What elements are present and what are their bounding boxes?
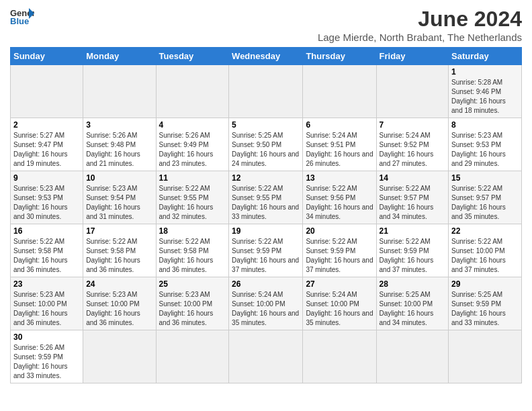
title-area: June 2024 Lage Mierde, North Brabant, Th… — [318, 7, 522, 43]
calendar-header: Sunday Monday Tuesday Wednesday Thursday… — [11, 48, 522, 65]
day-number: 25 — [159, 279, 226, 289]
table-cell: 29Sunrise: 5:25 AM Sunset: 9:59 PM Dayli… — [449, 277, 522, 330]
table-cell: 24Sunrise: 5:23 AM Sunset: 10:00 PM Dayl… — [83, 277, 156, 330]
header-saturday: Saturday — [449, 48, 522, 65]
table-cell — [229, 330, 303, 383]
day-content: Sunrise: 5:23 AM Sunset: 10:00 PM Daylig… — [159, 290, 226, 328]
table-cell: 13Sunrise: 5:22 AM Sunset: 9:56 PM Dayli… — [303, 171, 376, 224]
table-cell: 4Sunrise: 5:26 AM Sunset: 9:49 PM Daylig… — [156, 118, 229, 171]
table-cell — [303, 65, 376, 118]
logo-icon: General Blue — [10, 7, 34, 26]
day-number: 13 — [306, 173, 373, 183]
day-number: 30 — [13, 332, 80, 342]
day-content: Sunrise: 5:25 AM Sunset: 10:00 PM Daylig… — [380, 290, 446, 328]
table-cell — [83, 330, 156, 383]
day-number: 4 — [159, 120, 226, 130]
day-number: 19 — [232, 226, 300, 236]
day-number: 20 — [306, 226, 373, 236]
calendar-body: 1Sunrise: 5:28 AM Sunset: 9:46 PM Daylig… — [11, 65, 522, 383]
day-content: Sunrise: 5:23 AM Sunset: 10:00 PM Daylig… — [13, 290, 80, 328]
table-cell: 28Sunrise: 5:25 AM Sunset: 10:00 PM Dayl… — [376, 277, 449, 330]
day-content: Sunrise: 5:22 AM Sunset: 9:57 PM Dayligh… — [380, 184, 446, 222]
day-content: Sunrise: 5:22 AM Sunset: 9:55 PM Dayligh… — [159, 184, 226, 222]
day-content: Sunrise: 5:23 AM Sunset: 9:54 PM Dayligh… — [86, 184, 152, 222]
header-tuesday: Tuesday — [156, 48, 229, 65]
logo: General Blue — [10, 7, 34, 26]
day-content: Sunrise: 5:26 AM Sunset: 9:49 PM Dayligh… — [159, 131, 226, 169]
table-cell — [156, 330, 229, 383]
day-number: 12 — [232, 173, 300, 183]
day-number: 26 — [232, 279, 300, 289]
table-cell: 6Sunrise: 5:24 AM Sunset: 9:51 PM Daylig… — [303, 118, 376, 171]
table-cell: 20Sunrise: 5:22 AM Sunset: 9:59 PM Dayli… — [303, 224, 376, 277]
table-cell: 1Sunrise: 5:28 AM Sunset: 9:46 PM Daylig… — [449, 65, 522, 118]
table-cell — [229, 65, 303, 118]
table-cell: 15Sunrise: 5:22 AM Sunset: 9:57 PM Dayli… — [449, 171, 522, 224]
day-content: Sunrise: 5:22 AM Sunset: 10:00 PM Daylig… — [451, 237, 519, 275]
table-cell — [156, 65, 229, 118]
table-cell: 26Sunrise: 5:24 AM Sunset: 10:00 PM Dayl… — [229, 277, 303, 330]
table-cell: 2Sunrise: 5:27 AM Sunset: 9:47 PM Daylig… — [11, 118, 83, 171]
location-subtitle: Lage Mierde, North Brabant, The Netherla… — [318, 32, 522, 43]
day-content: Sunrise: 5:22 AM Sunset: 9:59 PM Dayligh… — [306, 237, 373, 275]
day-content: Sunrise: 5:22 AM Sunset: 9:55 PM Dayligh… — [232, 184, 300, 222]
day-content: Sunrise: 5:22 AM Sunset: 9:59 PM Dayligh… — [380, 237, 446, 275]
header-monday: Monday — [83, 48, 156, 65]
header-sunday: Sunday — [11, 48, 83, 65]
table-cell — [376, 65, 449, 118]
day-content: Sunrise: 5:26 AM Sunset: 9:48 PM Dayligh… — [86, 131, 152, 169]
day-content: Sunrise: 5:22 AM Sunset: 9:58 PM Dayligh… — [159, 237, 226, 275]
day-number: 17 — [86, 226, 152, 236]
day-number: 7 — [380, 120, 446, 130]
table-cell: 7Sunrise: 5:24 AM Sunset: 9:52 PM Daylig… — [376, 118, 449, 171]
day-number: 14 — [380, 173, 446, 183]
table-cell: 19Sunrise: 5:22 AM Sunset: 9:59 PM Dayli… — [229, 224, 303, 277]
day-content: Sunrise: 5:23 AM Sunset: 9:53 PM Dayligh… — [451, 131, 519, 169]
table-cell: 8Sunrise: 5:23 AM Sunset: 9:53 PM Daylig… — [449, 118, 522, 171]
table-cell: 17Sunrise: 5:22 AM Sunset: 9:58 PM Dayli… — [83, 224, 156, 277]
table-cell: 22Sunrise: 5:22 AM Sunset: 10:00 PM Dayl… — [449, 224, 522, 277]
table-cell — [376, 330, 449, 383]
day-number: 5 — [232, 120, 300, 130]
table-cell: 21Sunrise: 5:22 AM Sunset: 9:59 PM Dayli… — [376, 224, 449, 277]
month-title: June 2024 — [318, 7, 522, 32]
day-number: 18 — [159, 226, 226, 236]
table-cell: 30Sunrise: 5:26 AM Sunset: 9:59 PM Dayli… — [11, 330, 83, 383]
day-number: 3 — [86, 120, 152, 130]
day-number: 9 — [13, 173, 80, 183]
day-number: 10 — [86, 173, 152, 183]
day-content: Sunrise: 5:26 AM Sunset: 9:59 PM Dayligh… — [13, 343, 80, 381]
day-content: Sunrise: 5:22 AM Sunset: 9:59 PM Dayligh… — [232, 237, 300, 275]
table-cell: 3Sunrise: 5:26 AM Sunset: 9:48 PM Daylig… — [83, 118, 156, 171]
day-number: 6 — [306, 120, 373, 130]
header-friday: Friday — [376, 48, 449, 65]
day-content: Sunrise: 5:23 AM Sunset: 9:53 PM Dayligh… — [13, 184, 80, 222]
table-cell: 9Sunrise: 5:23 AM Sunset: 9:53 PM Daylig… — [11, 171, 83, 224]
table-cell — [449, 330, 522, 383]
day-number: 15 — [451, 173, 519, 183]
day-content: Sunrise: 5:25 AM Sunset: 9:59 PM Dayligh… — [451, 290, 519, 328]
table-cell: 25Sunrise: 5:23 AM Sunset: 10:00 PM Dayl… — [156, 277, 229, 330]
header-wednesday: Wednesday — [229, 48, 303, 65]
day-number: 23 — [13, 279, 80, 289]
day-content: Sunrise: 5:24 AM Sunset: 10:00 PM Daylig… — [306, 290, 373, 328]
day-content: Sunrise: 5:22 AM Sunset: 9:58 PM Dayligh… — [86, 237, 152, 275]
table-cell: 23Sunrise: 5:23 AM Sunset: 10:00 PM Dayl… — [11, 277, 83, 330]
day-content: Sunrise: 5:22 AM Sunset: 9:58 PM Dayligh… — [13, 237, 80, 275]
day-content: Sunrise: 5:22 AM Sunset: 9:56 PM Dayligh… — [306, 184, 373, 222]
day-number: 27 — [306, 279, 373, 289]
table-cell — [83, 65, 156, 118]
day-content: Sunrise: 5:28 AM Sunset: 9:46 PM Dayligh… — [451, 78, 519, 116]
day-content: Sunrise: 5:24 AM Sunset: 9:52 PM Dayligh… — [380, 131, 446, 169]
table-cell: 14Sunrise: 5:22 AM Sunset: 9:57 PM Dayli… — [376, 171, 449, 224]
header-thursday: Thursday — [303, 48, 376, 65]
day-content: Sunrise: 5:27 AM Sunset: 9:47 PM Dayligh… — [13, 131, 80, 169]
day-number: 22 — [451, 226, 519, 236]
table-cell: 5Sunrise: 5:25 AM Sunset: 9:50 PM Daylig… — [229, 118, 303, 171]
day-number: 11 — [159, 173, 226, 183]
day-content: Sunrise: 5:23 AM Sunset: 10:00 PM Daylig… — [86, 290, 152, 328]
table-cell: 10Sunrise: 5:23 AM Sunset: 9:54 PM Dayli… — [83, 171, 156, 224]
table-cell: 12Sunrise: 5:22 AM Sunset: 9:55 PM Dayli… — [229, 171, 303, 224]
day-content: Sunrise: 5:25 AM Sunset: 9:50 PM Dayligh… — [232, 131, 300, 169]
day-number: 24 — [86, 279, 152, 289]
